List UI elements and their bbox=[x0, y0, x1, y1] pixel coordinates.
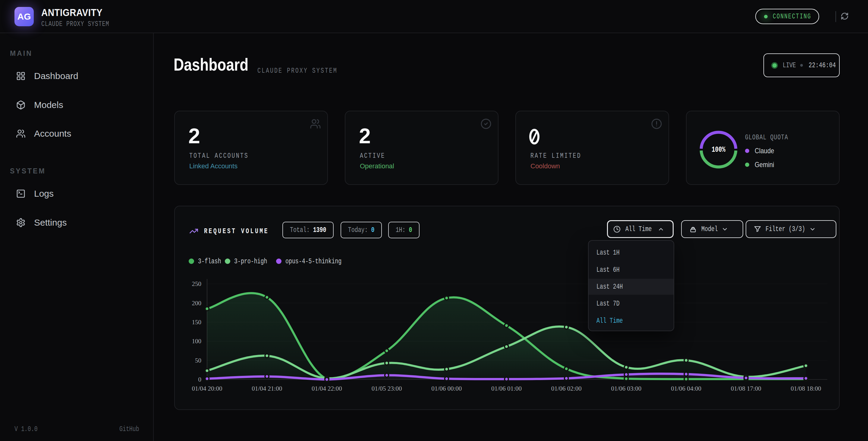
svg-text:0: 0 bbox=[198, 376, 202, 383]
svg-text:01/04 21:00: 01/04 21:00 bbox=[252, 385, 282, 392]
svg-text:01/06 04:00: 01/06 04:00 bbox=[671, 385, 701, 392]
svg-text:01/06 01:00: 01/06 01:00 bbox=[491, 385, 522, 392]
svg-text:01/05 23:00: 01/05 23:00 bbox=[372, 385, 402, 392]
svg-text:01/04 22:00: 01/04 22:00 bbox=[312, 385, 342, 392]
svg-text:01/08 17:00: 01/08 17:00 bbox=[731, 385, 761, 392]
svg-text:01/06 03:00: 01/06 03:00 bbox=[611, 385, 641, 392]
svg-text:100: 100 bbox=[192, 337, 202, 345]
svg-text:250: 250 bbox=[192, 280, 202, 288]
svg-text:01/06 00:00: 01/06 00:00 bbox=[431, 385, 462, 392]
svg-text:01/06 02:00: 01/06 02:00 bbox=[551, 385, 582, 392]
svg-text:200: 200 bbox=[192, 299, 202, 307]
svg-text:150: 150 bbox=[192, 319, 202, 326]
svg-text:50: 50 bbox=[195, 357, 201, 364]
svg-text:01/08 18:00: 01/08 18:00 bbox=[791, 385, 821, 392]
svg-text:01/04 20:00: 01/04 20:00 bbox=[192, 385, 222, 392]
